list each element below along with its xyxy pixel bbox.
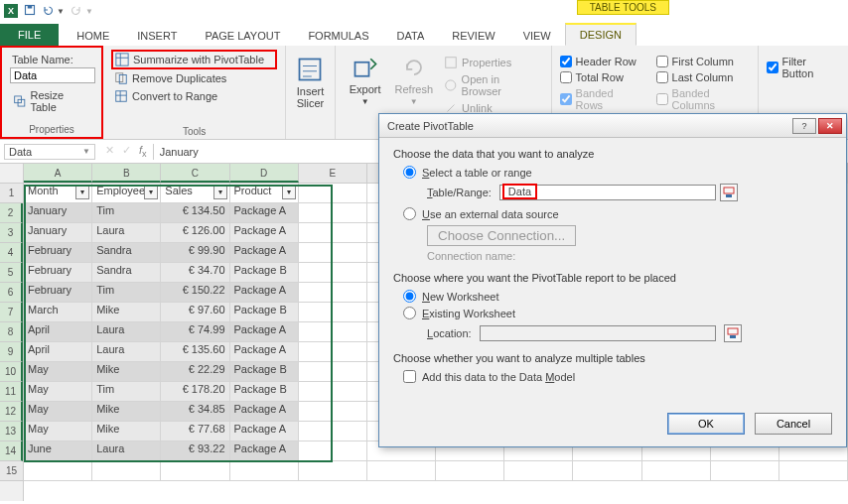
add-data-model-check[interactable]: Add this data to the Data Model (393, 368, 832, 385)
cancel-button[interactable]: Cancel (755, 413, 832, 435)
cell[interactable]: Mike (92, 402, 161, 422)
header-row-check[interactable]: Header Row (560, 54, 638, 69)
cell[interactable]: Package A (230, 342, 299, 362)
cell[interactable]: March (24, 303, 92, 322)
row-header-1[interactable]: 1 (0, 184, 23, 203)
row-header-15[interactable]: 15 (0, 461, 23, 481)
cell[interactable]: Laura (92, 223, 161, 243)
insert-slicer-button[interactable]: Insert Slicer (290, 52, 331, 113)
cell[interactable]: Laura (92, 322, 161, 342)
cell[interactable]: February (24, 243, 92, 263)
cell[interactable]: € 178.20 (161, 382, 229, 402)
row-header-11[interactable]: 11 (0, 382, 23, 402)
cell[interactable]: Package A (230, 402, 299, 422)
tab-insert[interactable]: INSERT (123, 26, 191, 46)
col-header-D[interactable]: D (230, 164, 299, 183)
row-header-6[interactable]: 6 (0, 283, 23, 303)
cell[interactable]: € 77.68 (161, 422, 229, 441)
cell[interactable]: Mike (92, 303, 161, 322)
cell[interactable]: € 93.22 (161, 441, 229, 461)
filter-dropdown-icon[interactable]: ▾ (75, 186, 89, 199)
cell[interactable]: Package A (230, 422, 299, 441)
row-header-3[interactable]: 3 (0, 223, 23, 243)
cell[interactable]: Package A (230, 322, 299, 342)
cell[interactable] (711, 461, 779, 481)
row-header-14[interactable]: 14 (0, 441, 23, 461)
row-header-8[interactable]: 8 (0, 322, 23, 342)
cell[interactable] (299, 223, 367, 243)
row-header-5[interactable]: 5 (0, 263, 23, 283)
table-header-cell[interactable]: Sales▾ (161, 184, 229, 203)
accept-formula-icon[interactable]: ✓ (122, 144, 131, 159)
cell[interactable] (299, 461, 367, 481)
first-col-check[interactable]: First Column (656, 54, 750, 69)
cell[interactable] (299, 422, 367, 441)
cell[interactable] (230, 461, 299, 481)
cell[interactable]: € 126.00 (161, 223, 229, 243)
cell[interactable]: Laura (92, 441, 161, 461)
cell[interactable]: Package B (230, 303, 299, 322)
cell[interactable]: April (24, 322, 92, 342)
table-header-cell[interactable]: Product▾ (230, 184, 299, 203)
cell[interactable]: May (24, 362, 92, 382)
cell[interactable]: Tim (92, 283, 161, 303)
cell[interactable]: February (24, 283, 92, 303)
cell[interactable]: Tim (92, 382, 161, 402)
radio-new-worksheet[interactable]: New Worksheet (393, 288, 832, 305)
filter-button-check[interactable]: Filter Button (767, 54, 841, 81)
cell[interactable]: May (24, 402, 92, 422)
resize-table-button[interactable]: Resize Table (10, 87, 93, 115)
cell[interactable]: Laura (92, 342, 161, 362)
ok-button[interactable]: OK (667, 413, 745, 435)
cell[interactable]: Mike (92, 362, 161, 382)
cell[interactable]: € 34.85 (161, 402, 229, 422)
cell[interactable] (299, 203, 367, 223)
cell[interactable] (504, 461, 573, 481)
cell[interactable] (367, 461, 436, 481)
name-box[interactable]: Data▼ (4, 144, 95, 160)
cell[interactable] (299, 303, 367, 322)
tab-page-layout[interactable]: PAGE LAYOUT (191, 26, 294, 46)
col-header-B[interactable]: B (92, 164, 161, 183)
cell[interactable] (299, 402, 367, 422)
cell[interactable]: Mike (92, 422, 161, 441)
dialog-titlebar[interactable]: Create PivotTable ? ✕ (379, 114, 846, 138)
table-name-input[interactable] (10, 67, 95, 83)
cell[interactable]: June (24, 441, 92, 461)
table-header-cell[interactable] (299, 184, 367, 203)
row-header-10[interactable]: 10 (0, 362, 23, 382)
radio-existing-worksheet[interactable]: Existing Worksheet (393, 305, 832, 321)
cell[interactable]: Package B (230, 263, 299, 283)
fx-icon[interactable]: fx (139, 144, 147, 159)
cell[interactable] (299, 243, 367, 263)
summarize-pivot-button[interactable]: Summarize with PivotTable (111, 50, 277, 69)
cell[interactable] (436, 461, 504, 481)
filter-dropdown-icon[interactable]: ▾ (282, 186, 296, 199)
radio-external-source[interactable]: Use an external data source (393, 205, 832, 222)
cell[interactable] (299, 342, 367, 362)
filter-dropdown-icon[interactable]: ▾ (144, 186, 158, 199)
table-header-cell[interactable]: Employee▾ (92, 184, 161, 203)
cell[interactable] (573, 461, 641, 481)
cell[interactable]: Package A (230, 243, 299, 263)
cancel-formula-icon[interactable]: ✕ (105, 144, 114, 159)
range-select-button[interactable] (720, 184, 738, 201)
table-header-cell[interactable]: Month▾ (24, 184, 92, 203)
banded-rows-check[interactable]: Banded Rows (560, 85, 638, 113)
close-button[interactable]: ✕ (818, 118, 842, 134)
col-header-E[interactable]: E (299, 164, 367, 183)
cell[interactable]: Sandra (92, 243, 161, 263)
cell[interactable] (161, 461, 229, 481)
row-header-2[interactable]: 2 (0, 203, 23, 223)
save-icon[interactable] (24, 4, 36, 18)
row-header-7[interactable]: 7 (0, 303, 23, 322)
cell[interactable]: Package A (230, 203, 299, 223)
row-header-13[interactable]: 13 (0, 422, 23, 441)
chevron-down-icon[interactable]: ▼ (82, 147, 90, 156)
cell[interactable]: € 150.22 (161, 283, 229, 303)
cell[interactable] (24, 461, 92, 481)
undo-icon[interactable] (42, 4, 54, 18)
cell[interactable] (299, 283, 367, 303)
cell[interactable]: January (24, 203, 92, 223)
col-header-C[interactable]: C (161, 164, 229, 183)
